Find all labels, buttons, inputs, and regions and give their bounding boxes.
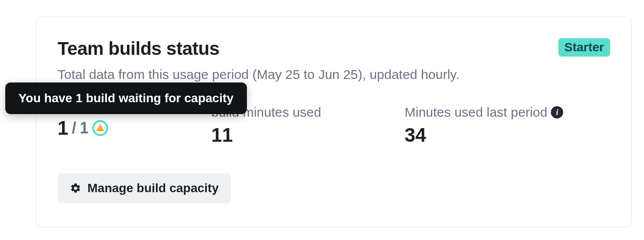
info-icon[interactable]: i (551, 106, 563, 118)
manage-build-capacity-button[interactable]: Manage build capacity (58, 173, 231, 203)
card-subtitle: Total data from this usage period (May 2… (58, 67, 610, 82)
stat-value-last-period: 34 (405, 124, 602, 146)
capacity-tooltip: You have 1 build waiting for capacity (5, 82, 247, 114)
stat-value-concurrent: 1/1 ! (58, 117, 211, 139)
plan-badge: Starter (558, 38, 610, 57)
card-header-row: Team builds status Starter (58, 38, 610, 59)
concurrent-denominator: 1 (80, 119, 89, 137)
builds-status-card: Team builds status Starter Total data fr… (36, 17, 632, 227)
concurrent-slash: / (72, 119, 76, 137)
manage-button-label: Manage build capacity (87, 181, 219, 195)
gear-icon (70, 183, 81, 194)
concurrent-numerator: 1 (58, 117, 68, 139)
warning-icon[interactable]: ! (92, 120, 108, 136)
stat-label-last-period-text: Minutes used last period (405, 105, 547, 120)
stat-label-last-period: Minutes used last period i (405, 105, 563, 120)
stat-value-minutes: 11 (211, 124, 405, 146)
card-title: Team builds status (58, 38, 219, 59)
stat-last-period: Minutes used last period i 34 (405, 105, 602, 146)
